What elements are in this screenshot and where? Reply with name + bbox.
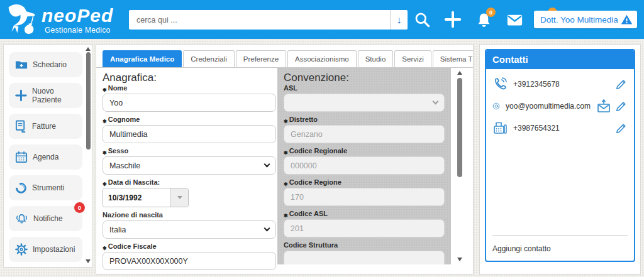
field-nazione-nascita: Nazione di nascita Italia bbox=[103, 211, 276, 239]
contact-value: +3912345678 bbox=[513, 80, 609, 89]
sidebar-item-notifiche[interactable]: Notifiche 0 bbox=[9, 206, 82, 231]
stork-logo-icon bbox=[4, 3, 40, 36]
edit-pencil-icon[interactable] bbox=[615, 122, 628, 134]
plus-icon bbox=[15, 89, 27, 102]
required-star-icon bbox=[284, 178, 289, 186]
at-sign-icon bbox=[492, 99, 500, 114]
caret-down-icon bbox=[177, 196, 182, 199]
distretto-input[interactable] bbox=[284, 125, 445, 143]
convenzione-title: Convenzione: bbox=[284, 72, 445, 84]
contact-row-phone: +3912345678 bbox=[492, 77, 628, 92]
chevron-down-icon bbox=[264, 161, 270, 168]
field-label: Cognome bbox=[108, 116, 140, 123]
search-dropdown-button[interactable]: ↓ bbox=[390, 10, 408, 30]
required-star-icon bbox=[103, 147, 108, 155]
anagrafica-section: Anagrafica: Nome Cognome Sesso Maschile … bbox=[103, 72, 276, 274]
codice-fiscale-input[interactable] bbox=[103, 252, 276, 270]
required-star-icon bbox=[103, 178, 108, 186]
field-codice-asl: Codice ASL bbox=[284, 210, 445, 237]
main-panel: Anagrafica Medico Credenziali Preferenze… bbox=[96, 44, 474, 274]
app-logo[interactable]: neoPed Gestionale Medico bbox=[4, 3, 126, 36]
field-label: Data di Nascita: bbox=[108, 178, 160, 186]
tab-preferenze[interactable]: Preferenze bbox=[236, 50, 286, 67]
sidebar-item-label: Agenda bbox=[33, 153, 58, 161]
data-nascita-input[interactable] bbox=[103, 188, 170, 207]
messages-button[interactable] bbox=[504, 8, 525, 31]
tab-credenziali[interactable]: Credenziali bbox=[183, 50, 235, 67]
tab-anagrafica-medico[interactable]: Anagrafica Medico bbox=[103, 50, 182, 67]
sidebar-item-schedario[interactable]: Schedario bbox=[9, 52, 82, 77]
codice-regione-input[interactable] bbox=[284, 188, 445, 206]
global-search: ↓ bbox=[129, 10, 408, 30]
required-star-icon bbox=[103, 116, 108, 123]
scroll-up-arrow-icon[interactable] bbox=[86, 47, 91, 51]
tab-studio[interactable]: Studio bbox=[358, 50, 394, 67]
contact-row-fax: +3987654321 bbox=[492, 121, 628, 136]
sidebar-item-agenda[interactable]: Agenda bbox=[9, 144, 82, 170]
field-data-nascita: Data di Nascita: bbox=[103, 178, 276, 207]
field-label: Codice Regione bbox=[289, 178, 341, 186]
cognome-input[interactable] bbox=[103, 125, 276, 143]
tab-associazionismo[interactable]: Associazionismo bbox=[287, 50, 357, 67]
main-scrollbar[interactable] bbox=[455, 68, 465, 264]
search-input[interactable] bbox=[129, 10, 390, 30]
required-star-icon bbox=[103, 242, 108, 250]
bell-ring-icon bbox=[15, 212, 28, 225]
add-contact-button[interactable]: Aggiungi contatto bbox=[492, 244, 628, 253]
edit-pencil-icon[interactable] bbox=[615, 100, 628, 112]
field-asl: ASL bbox=[284, 84, 445, 112]
codice-asl-input[interactable] bbox=[284, 219, 445, 237]
tab-sistema-ts[interactable]: Sistema TS bbox=[433, 50, 474, 67]
calendar-icon bbox=[15, 151, 28, 163]
nazione-select[interactable]: Italia bbox=[103, 220, 276, 239]
scroll-down-arrow-icon[interactable] bbox=[457, 258, 462, 261]
phone-icon bbox=[492, 77, 508, 92]
search-button[interactable] bbox=[411, 8, 433, 31]
asl-select[interactable] bbox=[284, 94, 445, 112]
invoice-icon bbox=[15, 120, 27, 133]
required-star-icon bbox=[284, 147, 289, 155]
sidebar-scrollbar[interactable] bbox=[85, 46, 91, 266]
sidebar-item-label: Impostazioni bbox=[33, 245, 75, 254]
field-label: Distretto bbox=[289, 116, 318, 123]
sidebar-item-fatture[interactable]: Fatture bbox=[9, 114, 82, 139]
notifications-button[interactable]: 0 bbox=[473, 8, 494, 31]
profile-button[interactable]: Dott. Yoo Multimedia bbox=[534, 11, 637, 28]
folder-archive-icon bbox=[15, 59, 28, 70]
convenzione-section: Convenzione: ASL Distretto Codice Region… bbox=[277, 68, 451, 264]
field-codice-regionale: Codice Regionale bbox=[284, 147, 445, 175]
required-star-icon bbox=[284, 116, 289, 123]
plus-icon bbox=[443, 10, 462, 29]
sidebar-item-label: Schedario bbox=[33, 60, 67, 69]
sidebar-item-impostazioni[interactable]: Impostazioni bbox=[9, 237, 82, 262]
scrollbar-thumb[interactable] bbox=[86, 52, 91, 149]
send-email-icon[interactable] bbox=[596, 99, 611, 114]
field-label: Codice Regionale bbox=[289, 147, 347, 155]
sesso-select[interactable]: Maschile bbox=[103, 156, 276, 175]
scroll-up-arrow-icon[interactable] bbox=[457, 71, 462, 75]
field-label: Codice Fiscale bbox=[108, 242, 157, 250]
contact-row-email: yoo@yoomultimedia.com bbox=[492, 99, 628, 114]
datepicker-button[interactable] bbox=[170, 188, 188, 207]
scroll-down-arrow-icon[interactable] bbox=[86, 259, 91, 263]
tab-servizi[interactable]: Servizi bbox=[394, 50, 431, 67]
nome-input[interactable] bbox=[103, 94, 276, 112]
field-label: Nome bbox=[108, 84, 128, 92]
tab-bar: Anagrafica Medico Credenziali Preferenze… bbox=[96, 45, 473, 68]
add-button[interactable] bbox=[442, 8, 464, 31]
edit-pencil-icon[interactable] bbox=[615, 78, 628, 90]
codice-regionale-input[interactable] bbox=[284, 156, 445, 175]
contacts-container: Contatti +3912345678 yoo@yoomultimedia.c… bbox=[479, 44, 641, 274]
contact-value: +3987654321 bbox=[513, 124, 609, 133]
sidebar-item-strumenti[interactable]: Strumenti bbox=[9, 175, 82, 200]
envelope-icon bbox=[505, 10, 525, 30]
scrollbar-thumb[interactable] bbox=[457, 78, 462, 177]
sidebar-item-label: Nuovo Paziente bbox=[32, 87, 82, 104]
required-star-icon bbox=[284, 210, 289, 217]
sidebar-item-nuovo-paziente[interactable]: Nuovo Paziente bbox=[9, 83, 82, 108]
field-distretto: Distretto bbox=[284, 116, 445, 143]
selected-value: Maschile bbox=[109, 161, 140, 170]
selected-value: Italia bbox=[109, 225, 126, 234]
codice-struttura-input[interactable] bbox=[284, 251, 445, 264]
gear-icon bbox=[15, 243, 28, 256]
